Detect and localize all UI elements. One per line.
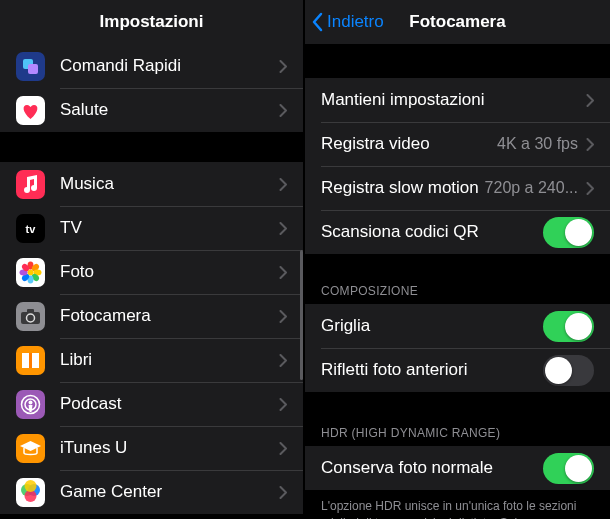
row-label: iTunes U: [60, 438, 279, 458]
row-label: Salute: [60, 100, 279, 120]
shortcuts-icon: [16, 52, 45, 81]
settings-list[interactable]: Comandi RapidiSalute MusicatvTVFotoFotoc…: [0, 44, 303, 519]
setting-row[interactable]: Registra video4K a 30 fps: [305, 122, 610, 166]
camera-settings-list[interactable]: Mantieni impostazioniRegistra video4K a …: [305, 44, 610, 519]
svg-point-18: [29, 400, 33, 404]
chevron-right-icon: [586, 138, 594, 151]
svg-point-22: [25, 480, 37, 492]
page-title: Fotocamera: [409, 12, 505, 32]
gamecenter-icon: [16, 478, 45, 507]
svg-rect-15: [29, 353, 32, 368]
chevron-left-icon: [311, 12, 323, 32]
row-label: Registra slow motion: [321, 178, 485, 198]
setting-row[interactable]: Conserva foto normale: [305, 446, 610, 490]
hdr-footer-text: L'opzione HDR unisce in un'unica foto le…: [305, 490, 610, 519]
chevron-right-icon: [279, 178, 287, 191]
section-header-hdr: HDR (High Dynamic Range): [305, 420, 610, 446]
svg-rect-1: [28, 64, 38, 74]
photos-icon: [16, 258, 45, 287]
setting-row[interactable]: Scansiona codici QR: [305, 210, 610, 254]
chevron-right-icon: [279, 310, 287, 323]
music-icon: [16, 170, 45, 199]
settings-row-itunesu[interactable]: iTunes U: [0, 426, 303, 470]
row-label: Registra video: [321, 134, 497, 154]
row-label: Fotocamera: [60, 306, 279, 326]
settings-row-shortcuts[interactable]: Comandi Rapidi: [0, 44, 303, 88]
back-button[interactable]: Indietro: [311, 0, 384, 44]
chevron-right-icon: [279, 354, 287, 367]
settings-row-music[interactable]: Musica: [0, 162, 303, 206]
row-label: Podcast: [60, 394, 279, 414]
settings-row-podcast[interactable]: Podcast: [0, 382, 303, 426]
setting-row[interactable]: Mantieni impostazioni: [305, 78, 610, 122]
settings-root-panel: Impostazioni Comandi RapidiSalute Musica…: [0, 0, 305, 519]
row-label: Foto: [60, 262, 279, 282]
row-label: Comandi Rapidi: [60, 56, 279, 76]
back-label: Indietro: [327, 12, 384, 32]
chevron-right-icon: [279, 486, 287, 499]
tv-icon: tv: [16, 214, 45, 243]
chevron-right-icon: [279, 266, 287, 279]
chevron-right-icon: [279, 222, 287, 235]
svg-rect-13: [27, 309, 34, 313]
camera-settings-panel: Indietro Fotocamera Mantieni impostazion…: [305, 0, 610, 519]
toggle-switch[interactable]: [543, 355, 594, 386]
row-label: Griglia: [321, 316, 543, 336]
row-label: Conserva foto normale: [321, 458, 543, 478]
settings-row-gamecenter[interactable]: Game Center: [0, 470, 303, 514]
chevron-right-icon: [279, 60, 287, 73]
settings-row-camera[interactable]: Fotocamera: [0, 294, 303, 338]
toggle-switch[interactable]: [543, 217, 594, 248]
row-label: TV: [60, 218, 279, 238]
chevron-right-icon: [279, 104, 287, 117]
section-header-composition: Composizione: [305, 278, 610, 304]
row-label: Libri: [60, 350, 279, 370]
scrollbar[interactable]: [300, 250, 303, 380]
toggle-switch[interactable]: [543, 453, 594, 484]
books-icon: [16, 346, 45, 375]
setting-row[interactable]: Rifletti foto anteriori: [305, 348, 610, 392]
settings-row-tv[interactable]: tvTV: [0, 206, 303, 250]
svg-text:tv: tv: [26, 223, 37, 235]
setting-row[interactable]: Griglia: [305, 304, 610, 348]
row-value: 4K a 30 fps: [497, 135, 578, 153]
settings-row-photos[interactable]: Foto: [0, 250, 303, 294]
chevron-right-icon: [586, 94, 594, 107]
settings-header: Impostazioni: [0, 0, 303, 44]
camera-header: Indietro Fotocamera: [305, 0, 610, 44]
row-label: Scansiona codici QR: [321, 222, 543, 242]
row-label: Mantieni impostazioni: [321, 90, 586, 110]
itunesu-icon: [16, 434, 45, 463]
svg-point-3: [28, 269, 34, 275]
page-title: Impostazioni: [100, 12, 204, 32]
chevron-right-icon: [279, 442, 287, 455]
settings-row-books[interactable]: Libri: [0, 338, 303, 382]
health-icon: [16, 96, 45, 125]
setting-row[interactable]: Registra slow motion720p a 240...: [305, 166, 610, 210]
chevron-right-icon: [279, 398, 287, 411]
camera-icon: [16, 302, 45, 331]
row-label: Game Center: [60, 482, 279, 502]
row-value: 720p a 240...: [485, 179, 578, 197]
settings-row-health[interactable]: Salute: [0, 88, 303, 132]
podcast-icon: [16, 390, 45, 419]
row-label: Musica: [60, 174, 279, 194]
row-label: Rifletti foto anteriori: [321, 360, 543, 380]
toggle-switch[interactable]: [543, 311, 594, 342]
chevron-right-icon: [586, 182, 594, 195]
